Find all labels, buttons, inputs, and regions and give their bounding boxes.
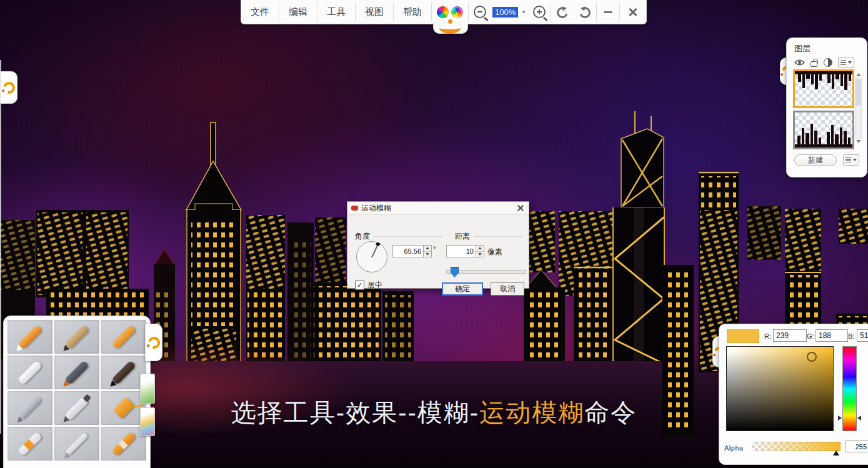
hue-marker-right-icon: [857, 416, 861, 421]
menu-view[interactable]: 视图: [356, 0, 393, 24]
chevron-down-icon: [848, 61, 852, 64]
scroll-track[interactable]: [855, 77, 862, 139]
minimize-button[interactable]: [597, 0, 619, 24]
tool-crayon[interactable]: [101, 320, 146, 354]
tool-airbrush[interactable]: [7, 391, 52, 425]
layers-options-button[interactable]: [843, 154, 859, 166]
scroll-up-icon[interactable]: [856, 73, 861, 76]
close-button[interactable]: [620, 0, 646, 24]
distance-slider[interactable]: [446, 270, 526, 274]
canvas-edge: [0, 60, 1, 434]
undo-icon: [556, 5, 569, 19]
zoom-level[interactable]: 100%: [492, 0, 518, 24]
scroll-thumb[interactable]: [856, 79, 861, 106]
scroll-down-icon[interactable]: [856, 140, 861, 143]
angle-dial[interactable]: [356, 241, 387, 272]
pen-brush-icon: [111, 360, 136, 385]
sv-marker-icon[interactable]: [807, 352, 817, 362]
tool-chalk[interactable]: [7, 356, 52, 389]
ok-button[interactable]: 确定: [442, 282, 483, 296]
app-screen: 选择工具-效果--模糊-运动模糊命令 文件 编辑 工具 视图 帮助 100%: [0, 0, 868, 468]
left-panel-handle[interactable]: [0, 71, 17, 104]
undo-button[interactable]: [551, 0, 574, 24]
layers-panel-title: 图层: [794, 43, 811, 54]
layers-panel: 图层 新建: [786, 37, 867, 177]
tool-flat-brush[interactable]: [54, 356, 99, 389]
new-layer-button[interactable]: 新建: [794, 154, 837, 166]
menu-icon: [841, 60, 846, 66]
angle-label: 角度: [355, 231, 370, 242]
tool-palette-knife[interactable]: [54, 391, 99, 425]
tool-liner-brush[interactable]: [54, 427, 99, 461]
eraser-icon: [111, 431, 136, 456]
spin-up-icon[interactable]: [476, 246, 484, 251]
crayon-icon: [111, 324, 136, 349]
group-rule: [474, 236, 522, 237]
spin-down-icon[interactable]: [424, 251, 431, 257]
zoom-in-button[interactable]: [528, 0, 551, 24]
contrast-icon[interactable]: [824, 58, 832, 67]
distance-input[interactable]: [446, 245, 476, 257]
distance-slider-handle[interactable]: [451, 267, 459, 277]
unlock-icon[interactable]: [811, 58, 818, 67]
layers-scrollbar[interactable]: [854, 72, 862, 144]
green-label: G:: [807, 332, 814, 340]
chalk-icon: [17, 360, 42, 385]
alpha-slider[interactable]: [752, 442, 841, 451]
tool-palette-handle[interactable]: [145, 324, 162, 361]
tool-cone-crayon[interactable]: [7, 320, 52, 354]
current-color-swatch: [727, 329, 759, 343]
alpha-handle-icon[interactable]: [833, 451, 839, 456]
hue-bar[interactable]: [843, 347, 856, 431]
layer-thumbnail[interactable]: [793, 111, 854, 149]
mascot-button[interactable]: [432, 0, 468, 24]
tool-paint-tube[interactable]: [7, 427, 52, 461]
menu-tools[interactable]: 工具: [317, 0, 355, 24]
template-card-plant[interactable]: [140, 374, 155, 404]
pencil-icon: [64, 324, 89, 349]
distance-label: 距离: [455, 231, 470, 242]
layer2-preview: [795, 112, 852, 147]
check-icon: ✓: [357, 282, 362, 289]
smile-icon: [439, 22, 461, 34]
menu-edit[interactable]: 编辑: [279, 0, 317, 24]
red-label: R:: [764, 332, 771, 340]
cancel-button[interactable]: 取消: [491, 282, 524, 296]
dialog-titlebar[interactable]: 运动模糊: [347, 202, 529, 215]
alpha-label: Alpha: [724, 444, 744, 452]
angle-input[interactable]: [392, 245, 424, 257]
green-input[interactable]: [816, 329, 848, 342]
spin-down-icon[interactable]: [476, 251, 484, 257]
panel-handle-icon: [1, 79, 17, 96]
paint-tube-icon: [17, 431, 42, 456]
flat-brush-icon: [64, 360, 89, 385]
blue-input[interactable]: [857, 329, 868, 342]
paint-roller-icon: [112, 397, 134, 419]
eye-icon[interactable]: [794, 59, 805, 66]
redo-button[interactable]: [574, 0, 596, 24]
angle-dial-pointer[interactable]: [371, 245, 378, 258]
zoom-out-button[interactable]: [469, 0, 491, 24]
spin-up-icon[interactable]: [424, 246, 431, 251]
menu-help[interactable]: 帮助: [394, 0, 431, 24]
redo-icon: [578, 5, 592, 19]
hue-marker-left-icon: [838, 416, 842, 421]
dialog-close-icon[interactable]: [516, 204, 525, 212]
zoom-dropdown-dot[interactable]: [522, 11, 525, 13]
center-checkbox[interactable]: ✓: [355, 281, 364, 290]
angle-unit: °: [433, 245, 436, 252]
main-toolbar: 文件 编辑 工具 视图 帮助 100%: [241, 0, 647, 24]
red-input[interactable]: [773, 329, 807, 342]
alpha-input[interactable]: [846, 441, 868, 452]
dialog-icon: [351, 206, 358, 211]
menu-file[interactable]: 文件: [241, 0, 279, 24]
tool-pencil[interactable]: [54, 320, 99, 354]
saturation-value-box[interactable]: [727, 347, 833, 431]
caption-suffix: 命令: [584, 399, 637, 426]
minimize-icon: [604, 11, 612, 13]
template-card-colorful[interactable]: [140, 407, 155, 436]
layer-thumbnail-selected[interactable]: [793, 69, 854, 108]
angle-spinner[interactable]: [424, 245, 432, 257]
layer-menu-button[interactable]: [838, 57, 854, 68]
distance-spinner[interactable]: [476, 245, 484, 257]
